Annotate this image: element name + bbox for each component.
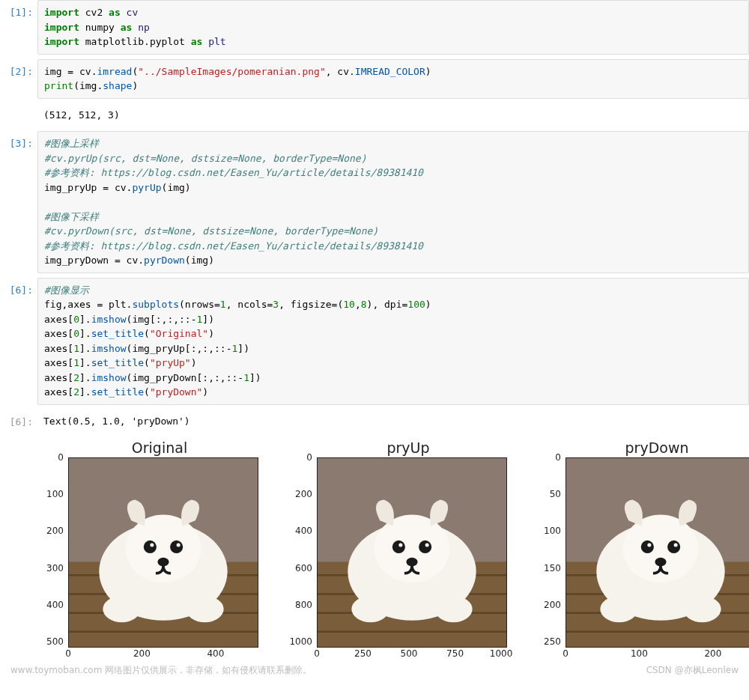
svg-point-30 <box>667 541 680 553</box>
prompt-in-3: [3]: <box>0 131 37 273</box>
subplot-title: pryDown <box>541 440 749 456</box>
subplot-row: Original 0100200300400500 0200400 pryUp … <box>43 440 749 661</box>
svg-point-29 <box>641 541 654 553</box>
prompt-out-6: [6]: <box>0 410 37 433</box>
svg-point-31 <box>647 543 651 547</box>
svg-point-34 <box>600 596 637 622</box>
code-area-3[interactable]: #图像上采样 #cv.pyrUp(src, dst=None, dstsize=… <box>37 131 749 273</box>
svg-point-19 <box>398 543 402 547</box>
svg-point-23 <box>434 596 472 622</box>
output-text-6: Text(0.5, 1.0, 'pryDown') <box>37 410 749 433</box>
svg-point-5 <box>144 541 157 553</box>
output-cell-6-text: [6]: Text(0.5, 1.0, 'pryDown') <box>0 410 749 433</box>
code-area-6[interactable]: #图像显示 fig,axes = plt.subplots(nrows=1, n… <box>37 278 749 405</box>
svg-point-22 <box>351 596 389 622</box>
plot-area <box>68 457 258 648</box>
svg-point-28 <box>623 514 699 582</box>
svg-point-35 <box>683 596 721 622</box>
svg-point-32 <box>674 543 678 547</box>
output-cell-6-figure: Original 0100200300400500 0200400 pryUp … <box>0 437 749 661</box>
svg-point-33 <box>655 558 666 567</box>
x-ticks: 02505007501000 <box>317 649 506 661</box>
subplot-title: pryUp <box>292 440 524 456</box>
prompt-in-1: [1]: <box>0 0 37 55</box>
output-text-2: (512, 512, 3) <box>37 103 749 127</box>
plot-area <box>317 457 507 648</box>
y-ticks: 0100200300400500 <box>43 457 66 646</box>
watermark-left: www.toymoban.com 网络图片仅供展示，非存储，如有侵权请联系删除。 <box>10 666 312 675</box>
prompt-in-6: [6]: <box>0 278 37 405</box>
code-cell-3: [3]: #图像上采样 #cv.pyrUp(src, dst=None, dst… <box>0 131 749 273</box>
code-cell-6: [6]: #图像显示 fig,axes = plt.subplots(nrows… <box>0 278 749 405</box>
svg-point-18 <box>419 541 431 553</box>
svg-point-11 <box>186 596 223 622</box>
y-ticks: 050100150200250 <box>541 457 563 646</box>
code-area-1[interactable]: import cv2 as cv import numpy as np impo… <box>37 0 749 55</box>
dog-image <box>318 458 506 647</box>
subplot-2: pryDown 050100150200250 0100200 <box>541 440 749 661</box>
svg-point-8 <box>177 543 181 547</box>
svg-point-20 <box>425 543 429 547</box>
dog-image <box>566 458 749 647</box>
code-area-2[interactable]: img = cv.imread("../SampleImages/pomeran… <box>37 59 749 99</box>
watermark-bar: www.toymoban.com 网络图片仅供展示，非存储，如有侵权请联系删除。… <box>0 666 749 682</box>
svg-point-21 <box>406 558 417 567</box>
x-ticks: 0100200 <box>565 649 749 661</box>
subplot-title: Original <box>43 440 276 456</box>
svg-point-6 <box>170 541 183 553</box>
output-cell-2: (512, 512, 3) <box>0 103 749 127</box>
svg-point-16 <box>374 514 450 582</box>
prompt-in-2: [2]: <box>0 59 37 99</box>
code-cell-2: [2]: img = cv.imread("../SampleImages/po… <box>0 59 749 99</box>
watermark-right: CSDN @亦枫Leonlew <box>646 666 739 675</box>
code-cell-1: [1]: import cv2 as cv import numpy as np… <box>0 0 749 55</box>
svg-point-17 <box>392 541 405 553</box>
dog-image <box>69 458 258 647</box>
svg-point-7 <box>150 543 154 547</box>
y-ticks: 02004006008001000 <box>292 457 315 646</box>
svg-point-9 <box>157 558 169 567</box>
subplot-1: pryUp 02004006008001000 02505007501000 <box>292 440 524 661</box>
subplot-0: Original 0100200300400500 0200400 <box>43 440 276 661</box>
plot-area <box>565 457 749 648</box>
x-ticks: 0200400 <box>68 649 257 661</box>
svg-point-10 <box>103 596 140 622</box>
svg-point-4 <box>126 514 201 582</box>
